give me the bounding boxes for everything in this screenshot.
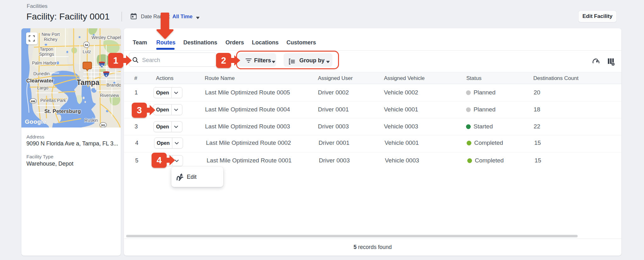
svg-text:Brando: Brando (107, 82, 121, 88)
svg-text:Google: Google (25, 118, 46, 125)
svg-text:Palm Harbor: Palm Harbor (32, 60, 57, 65)
svg-text:301: 301 (101, 124, 105, 127)
svg-text:Pinellas Park: Pinellas Park (40, 98, 66, 103)
svg-text:75: 75 (100, 64, 103, 67)
svg-text:Clearwater: Clearwater (26, 78, 54, 84)
svg-text:New Port: New Port (42, 32, 60, 37)
svg-text:54: 54 (85, 43, 88, 47)
svg-text:Lutz: Lutz (83, 49, 91, 54)
svg-text:Dunedin: Dunedin (33, 71, 50, 76)
svg-text:699: 699 (31, 100, 35, 103)
svg-text:Tampa: Tampa (77, 78, 100, 87)
svg-text:Richey: Richey (44, 37, 58, 42)
svg-text:Ruskin: Ruskin (85, 118, 98, 123)
svg-text:St. Petersburg: St. Petersburg (44, 108, 81, 114)
svg-text:Wesley Chapel: Wesley Chapel (92, 35, 121, 40)
svg-text:Springs: Springs (39, 52, 54, 57)
svg-text:Largo: Largo (37, 85, 48, 90)
svg-text:4: 4 (105, 74, 107, 77)
svg-text:Riverview: Riverview (100, 93, 119, 98)
svg-text:Tarpon: Tarpon (40, 47, 53, 52)
